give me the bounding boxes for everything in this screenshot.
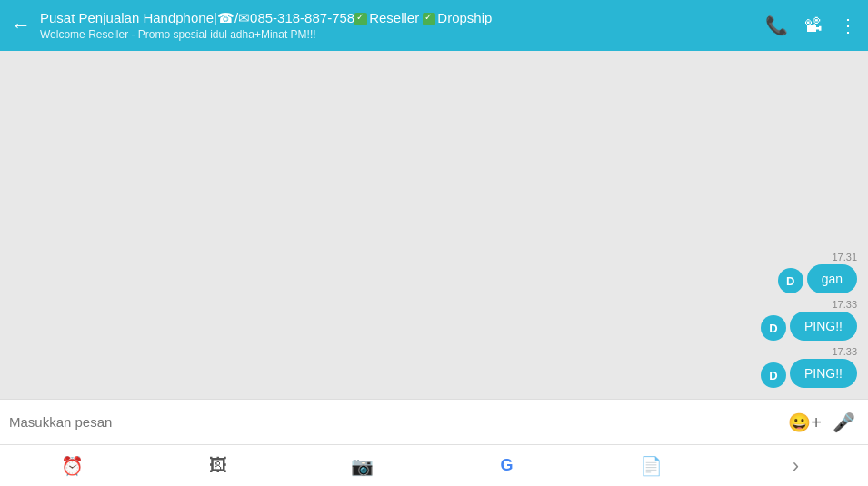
contact-subtitle: Welcome Reseller - Promo spesial idul ad… [40, 28, 765, 41]
message-group-3: 17.33 D PING!! [11, 346, 857, 388]
dropship-checkbox-icon [423, 13, 435, 25]
voice-button[interactable]: 🎤 [829, 410, 859, 435]
messages-list: 17.31 D gan 17.33 D PING!! 17.33 D PING!… [11, 252, 857, 390]
toolbar-file[interactable]: 📄 [579, 445, 723, 486]
toolbar-image[interactable]: 🖼 [145, 445, 290, 486]
video-button[interactable]: 📽 [804, 15, 823, 36]
toolbar-google[interactable]: G [434, 445, 579, 486]
bottom-toolbar: ⏰ 🖼 📷 G 📄 › [0, 444, 868, 486]
message-bubble-2: PING!! [790, 312, 857, 341]
input-action-icons: 😀+ 🎤 [784, 410, 859, 435]
message-group-1: 17.31 D gan [11, 252, 857, 293]
more-options-button[interactable]: ⋮ [839, 15, 857, 36]
message-bubble-3: PING!! [790, 359, 857, 388]
phone-icon: ☎/✉ [217, 10, 250, 25]
message-time-2: 17.33 [832, 299, 857, 310]
avatar-2: D [761, 315, 786, 341]
google-icon: G [500, 456, 513, 475]
contact-info: Pusat Penjualan Handphone|☎/✉085-318-887… [40, 10, 765, 41]
call-button[interactable]: 📞 [765, 15, 788, 36]
header-actions: 📞 📽 ⋮ [765, 15, 857, 36]
message-row-3: D PING!! [761, 359, 857, 388]
title-text: Pusat Penjualan Handphone| [40, 10, 217, 25]
avatar-3: D [761, 362, 786, 388]
message-row-2: D PING!! [761, 312, 857, 341]
phone-number: 085-318-887-758 [250, 10, 354, 25]
input-area: 😀+ 🎤 [0, 399, 868, 444]
message-time-3: 17.33 [832, 346, 857, 357]
message-time-1: 17.31 [832, 252, 857, 263]
reseller-label: Reseller [369, 10, 419, 25]
reseller-checkbox-icon [354, 13, 367, 25]
more-icon: › [793, 454, 799, 478]
contact-name: Pusat Penjualan Handphone|☎/✉085-318-887… [40, 10, 676, 26]
file-icon: 📄 [640, 455, 663, 477]
chat-area: 17.31 D gan 17.33 D PING!! 17.33 D PING!… [0, 51, 868, 399]
toolbar-more[interactable]: › [723, 445, 868, 486]
clock-icon: ⏰ [61, 455, 84, 477]
image-icon: 🖼 [209, 455, 227, 476]
emoji-button[interactable]: 😀+ [784, 410, 825, 435]
toolbar-camera[interactable]: 📷 [290, 445, 434, 486]
chat-header: ← Pusat Penjualan Handphone|☎/✉085-318-8… [0, 0, 868, 51]
message-input[interactable] [9, 414, 784, 430]
toolbar-clock[interactable]: ⏰ [0, 445, 145, 486]
message-row-1: D gan [778, 264, 857, 293]
message-group-2: 17.33 D PING!! [11, 299, 857, 341]
avatar-1: D [778, 268, 803, 293]
back-button[interactable]: ← [11, 14, 31, 37]
dropship-label: Dropship [437, 10, 492, 25]
camera-icon: 📷 [351, 455, 374, 477]
message-bubble-1: gan [807, 264, 857, 293]
